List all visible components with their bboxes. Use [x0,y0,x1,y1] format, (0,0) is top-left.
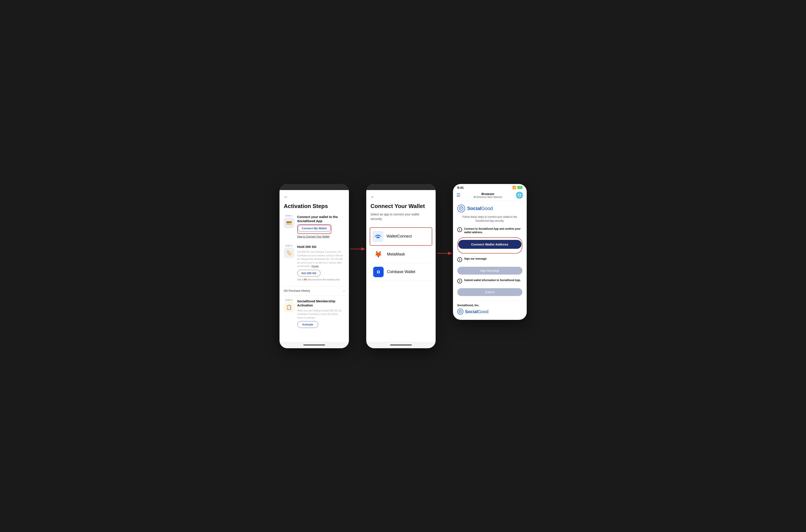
sg-purchase-label: SG Purchase History [284,289,310,292]
activate-button[interactable]: Activate [297,321,318,328]
sg-step3-text: Submit wallet information to SocialGood … [464,279,521,282]
details-link[interactable]: Details [312,265,319,267]
phone-bottom-bar-1 [279,342,349,348]
walletconnect-icon [373,231,383,242]
svg-rect-4 [378,271,379,272]
step1-content: Connect your wallet to the SocialGood Ap… [297,215,345,240]
browser-title: Browser [460,192,516,196]
browser-nav: ☰ Browser Ethereum Main Network 🌐 [453,190,527,201]
sg-browser-content: SocialGood Follow these steps to connect… [453,201,527,320]
phone-frame-2: ← Connect Your Wallet Select an app to c… [366,184,436,348]
phone-top-bar-2 [366,184,436,190]
page-subtitle-2: Select an app to connect your wallet sec… [371,212,431,221]
coinbase-svg [375,269,381,275]
sg-logo-svg [459,206,464,211]
battery-icon: 🔋 [517,186,523,189]
back-button-1[interactable]: ← [284,194,288,200]
step3-heading: SocialGood Membership Activation [297,299,345,307]
hamburger-icon[interactable]: ☰ [456,192,460,197]
connect-wallet-address-button[interactable]: Connect Wallet Address [458,240,521,249]
phone-frame-1: ← Activation Steps STEP 1 💳 Connect your… [279,184,349,348]
step3-label: STEP 3 [286,299,293,301]
step1-heading: Connect your wallet to the SocialGood Ap… [297,215,345,223]
step3-content: SocialGood Membership Activation When yo… [297,299,345,328]
step2-icon-area: STEP 2 🏷️ [284,245,294,281]
sg-logo-circle [457,205,465,212]
step2-icon-box: 🏷️ [284,248,294,258]
sg-step2-row: 2 Sign our message [457,257,523,262]
phone-bottom-bar-2 [366,342,436,348]
step2-description: Get 200 SG via Coinbase Commerce. No Coi… [297,250,345,268]
screen2-wrapper: ← Connect Your Wallet Select an app to c… [366,184,436,348]
sg-step2-text: Sign our message [464,257,487,261]
discount-text: Get a 5% discount from the market price [297,278,345,281]
phone-top-bar-1 [279,184,349,190]
sg-footer-company: SocialGood, Inc. [457,304,523,307]
sg-brand-name: SocialGood [467,206,493,211]
step3-item: STEP 3 📋 SocialGood Membership Activatio… [284,299,345,328]
network-badge: Ethereum Main Network [460,196,516,198]
walletconnect-name: WalletConnect [387,234,412,239]
how-to-connect-link[interactable]: How to Connect Your Wallet [297,235,345,238]
browser-frame: 9:41 📶 🔋 ☰ Browser Ethereum Main Network… [453,184,527,320]
step2-item: STEP 2 🏷️ Hold 200 SG Get 200 SG via Coi… [284,245,345,281]
metamask-option[interactable]: 🦊 MetaMask [371,246,431,263]
back-button-2[interactable]: ← [371,194,375,200]
sg-logo-row: SocialGood [457,205,523,212]
arrow1-svg [349,245,366,253]
sg-footer-logo-row: SocialGood [457,309,523,315]
step2-circle: 2 [457,257,462,262]
step1-circle: 1 [457,227,462,232]
network-dot [474,196,476,198]
browser-url-area: Browser Ethereum Main Network [460,192,516,198]
step3-circle: 3 [457,279,462,283]
metamask-icon: 🦊 [373,249,384,260]
sg-step1-row: 1 Connect to SocialGood App and confirm … [457,227,523,234]
sg-step1-text: Connect to SocialGood App and confirm yo… [464,227,523,234]
sg-purchase-row[interactable]: SG Purchase History › [284,286,345,296]
screen2-content: ← Connect Your Wallet Select an app to c… [366,190,436,342]
sg-footer-brand: SocialGood [465,309,489,314]
status-icons: 📶 🔋 [512,186,523,189]
step2-label: STEP 2 [286,245,293,247]
arrow1-container [349,245,366,253]
walletconnect-wave-svg [374,234,381,239]
screen1-wrapper: ← Activation Steps STEP 1 💳 Connect your… [279,184,349,348]
home-indicator-2 [390,345,412,345]
network-name: Ethereum Main Network [476,196,502,198]
step3-icon-box: 📋 [284,302,294,312]
arrow2-container [436,249,453,258]
sg-step3-row: 3 Submit wallet information to SocialGoo… [457,279,523,283]
submit-button[interactable]: Submit [457,288,523,296]
wifi-icon: 📶 [512,186,516,189]
get-200sg-button[interactable]: Get 200 SG [297,270,320,277]
page-title-2: Connect Your Wallet [371,203,431,210]
home-indicator-1 [304,345,325,345]
page-title-1: Activation Steps [284,203,345,210]
step1-item: STEP 1 💳 Connect your wallet to the Soci… [284,215,345,240]
screen3-wrapper: 9:41 📶 🔋 ☰ Browser Ethereum Main Network… [453,184,527,320]
status-time: 9:41 [457,186,464,189]
membership-icon: 📋 [286,304,292,310]
coinbase-option[interactable]: Coinbase Wallet [371,263,431,281]
step1-label: STEP 1 [286,215,293,217]
connect-wallet-addr-box: Connect Wallet Address [457,237,523,253]
step1-icon-box: 💳 [284,218,294,228]
connect-my-wallet-button[interactable]: Connect My Wallet [298,225,331,232]
sg-footer-logo-circle [457,309,463,315]
walletconnect-box: WalletConnect [370,227,432,246]
metamask-name: MetaMask [387,252,405,256]
sign-message-button[interactable]: Sign Message [457,267,523,274]
walletconnect-option[interactable]: WalletConnect [370,228,432,245]
connect-wallet-box: Connect My Wallet [297,225,331,234]
sg-description: Follow these steps to connect your walle… [457,215,523,223]
chevron-right-icon: › [343,289,344,293]
sg-footer: SocialGood, Inc. SocialGood [457,300,523,315]
step2-content: Hold 200 SG Get 200 SG via Coinbase Comm… [297,245,345,281]
screens-container: ← Activation Steps STEP 1 💳 Connect your… [279,184,527,348]
fox-icon: 🦊 [374,251,382,258]
step3-icon-area: STEP 3 📋 [284,299,294,328]
coinbase-name: Coinbase Wallet [387,270,415,274]
step1-icon-area: STEP 1 💳 [284,215,294,240]
globe-icon[interactable]: 🌐 [516,192,523,199]
